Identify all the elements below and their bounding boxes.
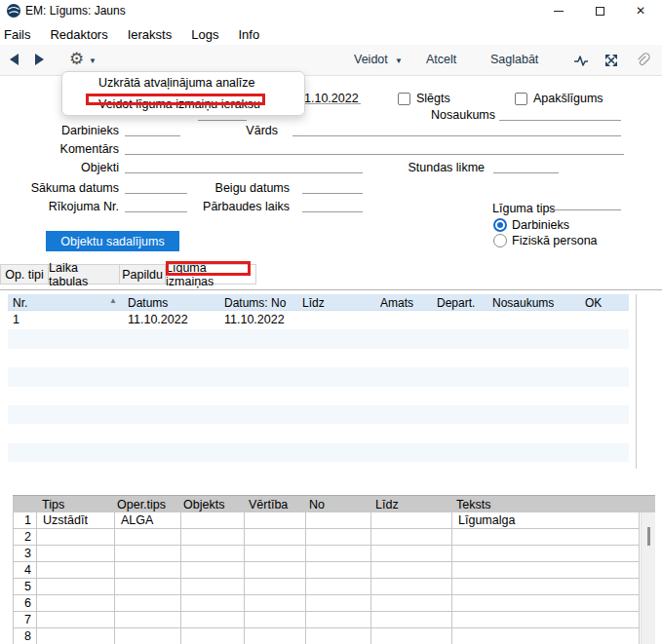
menu-logs[interactable]: Logs (181, 27, 228, 42)
grid-cell[interactable] (245, 562, 306, 579)
tab-laika-tabulas[interactable]: Laika tabulas (49, 264, 120, 284)
grid-cell[interactable] (306, 512, 371, 529)
radio-darbinieks[interactable] (493, 218, 507, 232)
grid-cell[interactable] (115, 612, 181, 628)
radio-fiziska-persona[interactable] (493, 234, 507, 247)
grid-cell[interactable] (37, 595, 115, 612)
menu-item-veidot-izmainu[interactable]: Veidot līguma izmaiņu ieraksu (62, 94, 304, 115)
grid-cell[interactable]: Uzstādīt (37, 512, 115, 529)
table1-row[interactable]: 1 11.10.2022 11.10.2022 (8, 311, 629, 329)
grid-cell[interactable] (115, 546, 181, 562)
gear-caret-icon[interactable]: ▼ (89, 57, 97, 65)
grid-cell[interactable] (181, 612, 245, 628)
grid-cell[interactable] (245, 628, 306, 644)
grid-cell[interactable] (371, 562, 452, 579)
grid-cell[interactable] (306, 529, 371, 546)
grid-cell[interactable] (371, 546, 452, 562)
t2-col-oper-tips[interactable]: Oper.tips (117, 498, 166, 511)
t1-col-datums-no[interactable]: Datums: No (224, 296, 286, 310)
grid-cell[interactable] (452, 628, 640, 644)
t1-col-ok[interactable]: OK (585, 296, 602, 310)
saglabat-button[interactable]: Saglabāt (490, 53, 538, 66)
slegts-checkbox[interactable] (398, 93, 410, 105)
paperclip-icon[interactable] (635, 52, 651, 68)
t1-col-nosaukums[interactable]: Nosaukums (492, 296, 554, 310)
t1-col-lidz[interactable]: Līdz (302, 296, 325, 310)
grid-cell[interactable] (115, 562, 181, 579)
objektu-sadalijums-button[interactable]: Objektu sadalījums (46, 231, 179, 251)
t2-col-lidz[interactable]: Līdz (375, 498, 399, 511)
grid-cell[interactable] (37, 612, 115, 628)
grid-cell[interactable] (181, 595, 245, 612)
back-arrow-icon[interactable] (10, 54, 19, 65)
grid-cell[interactable] (245, 546, 306, 562)
date-field[interactable]: 1.10.2022 (297, 92, 361, 104)
t1-col-nr[interactable]: Nr. (13, 296, 27, 310)
grid-cell[interactable]: Līgumalga (452, 512, 640, 529)
tab-op-tipi[interactable]: Op. tipi (0, 264, 49, 284)
t1-col-depart[interactable]: Depart. (437, 296, 475, 310)
apakslgums-checkbox[interactable] (515, 93, 527, 105)
grid-cell[interactable] (115, 579, 181, 595)
nosaukums-field[interactable] (499, 108, 621, 121)
tab-liguma-izmainas[interactable]: Līguma izmaiņas (166, 264, 256, 284)
t1-col-amats[interactable]: Amats (380, 296, 413, 310)
close-button[interactable]: ✕ (624, 0, 657, 21)
objekti-field[interactable] (125, 161, 363, 173)
forward-arrow-icon[interactable] (35, 54, 44, 65)
grid-cell[interactable] (371, 612, 452, 628)
vards-field[interactable] (292, 124, 621, 136)
grid-cell[interactable] (306, 628, 371, 644)
grid-cell[interactable] (306, 546, 371, 562)
pulse-icon[interactable] (573, 53, 589, 68)
expand-icon[interactable] (604, 53, 619, 68)
minimize-button[interactable] (542, 0, 575, 21)
grid-cell[interactable] (306, 595, 371, 612)
veidot-button[interactable]: Veidot (354, 53, 388, 66)
menu-redaktors[interactable]: Redaktors (40, 27, 117, 42)
rikojuma-nr-field[interactable] (125, 200, 187, 212)
t2-col-vertiba[interactable]: Vērtība (249, 498, 288, 511)
atcelt-button[interactable]: Atcelt (426, 53, 456, 66)
grid-cell[interactable] (245, 579, 306, 595)
grid-cell[interactable] (181, 579, 245, 595)
grid-cell[interactable] (371, 595, 452, 612)
grid-cell[interactable] (452, 529, 640, 546)
table1-empty-rows[interactable] (8, 329, 629, 469)
grid-cell[interactable] (452, 562, 640, 579)
table2-scrollbar[interactable] (641, 512, 655, 644)
radio-fiziska-persona-label[interactable]: Fiziskā persona (512, 234, 598, 247)
grid-cell[interactable] (37, 579, 115, 595)
grid-cell[interactable] (452, 595, 640, 612)
grid-cell[interactable] (115, 628, 181, 644)
grid-cell[interactable] (452, 546, 640, 562)
veidot-caret-icon[interactable]: ▼ (395, 57, 403, 65)
scrollbar-thumb[interactable] (647, 527, 650, 546)
grid-cell[interactable] (306, 579, 371, 595)
sakuma-datums-field[interactable] (125, 181, 187, 194)
t2-col-tips[interactable]: Tips (42, 498, 64, 511)
grid-cell[interactable] (37, 546, 115, 562)
grid-cell[interactable] (37, 529, 115, 546)
grid-cell[interactable] (245, 595, 306, 612)
stundas-likme-field[interactable] (493, 161, 559, 173)
tab-papildu[interactable]: Papildu (120, 264, 166, 284)
t1-col-datums[interactable]: Datums (128, 296, 168, 310)
komentars-field[interactable] (125, 142, 624, 155)
menu-fails[interactable]: Fails (0, 27, 40, 42)
maximize-button[interactable] (583, 0, 616, 21)
grid-cell[interactable] (115, 529, 181, 546)
menu-info[interactable]: Info (228, 27, 269, 42)
grid-cell[interactable] (306, 612, 371, 628)
grid-cell[interactable] (371, 579, 452, 595)
grid-cell[interactable] (37, 562, 115, 579)
menu-item-uzkrata-analize[interactable]: Uzkrātā atvaļinājuma analīze (62, 72, 304, 94)
t2-col-objekts[interactable]: Objekts (183, 498, 224, 511)
darbinieks-field[interactable] (125, 124, 180, 136)
grid-cell[interactable] (37, 628, 115, 644)
grid-cell[interactable]: ALGA (115, 512, 181, 529)
grid-cell[interactable] (181, 529, 245, 546)
radio-darbinieks-label[interactable]: Darbinieks (512, 218, 569, 232)
grid-cell[interactable] (306, 562, 371, 579)
grid-cell[interactable] (452, 612, 640, 628)
